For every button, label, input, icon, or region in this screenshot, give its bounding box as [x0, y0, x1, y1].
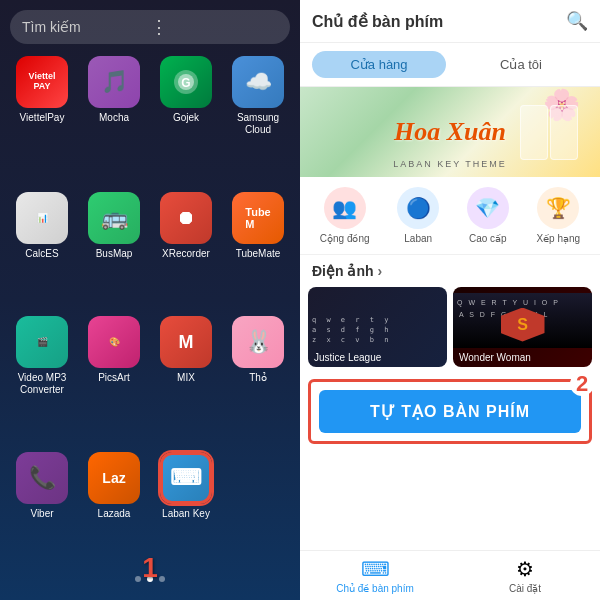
app-calces[interactable]: 📊 CalcES — [10, 192, 74, 308]
dien-anh-section: Điện ảnh › — [300, 255, 600, 287]
app-tubemate[interactable]: TubeM TubeMate — [226, 192, 290, 308]
dot-3 — [159, 576, 165, 582]
lazada-icon: Laz — [88, 452, 140, 504]
right-panel: Chủ đề bàn phím 🔍 Cửa hàng Của tôi Hoa X… — [300, 0, 600, 600]
app-label-videomp3: Video MP3 Converter — [10, 372, 74, 396]
theme-justice-league[interactable]: q w e r t y a s d f g h z x c v b n Just… — [308, 287, 447, 367]
banner: Hoa Xuân 🌸 LABAN KEY THEME — [300, 87, 600, 177]
app-label-xrecorder: XRecorder — [162, 248, 210, 260]
app-label-viettel: ViettelPay — [20, 112, 65, 124]
tab-mine[interactable]: Của tôi — [454, 51, 588, 78]
svg-text:G: G — [181, 76, 190, 90]
keyboard-nav-label: Chủ đề bàn phím — [336, 583, 414, 594]
app-label-lazada: Lazada — [98, 508, 131, 520]
right-title: Chủ đề bàn phím — [312, 12, 443, 31]
xrecorder-icon: ⏺ — [160, 192, 212, 244]
tab-store[interactable]: Cửa hàng — [312, 51, 446, 78]
app-label-labankey: Laban Key — [162, 508, 210, 520]
theme-grid: q w e r t y a s d f g h z x c v b n Just… — [300, 287, 600, 375]
dien-anh-label: Điện ảnh — [312, 263, 374, 279]
section-arrow-icon: › — [378, 263, 383, 279]
videomp3-icon: 🎬 — [16, 316, 68, 368]
search-placeholder: Tìm kiếm — [22, 19, 150, 35]
app-busmap[interactable]: 🚌 BusMap — [82, 192, 146, 308]
viettel-icon: ViettelPAY — [16, 56, 68, 108]
jl-name: Justice League — [308, 348, 447, 367]
tho-icon: 🐰 — [232, 316, 284, 368]
laban-label: Laban — [404, 233, 432, 244]
app-samsung[interactable]: ☁️ Samsung Cloud — [226, 56, 290, 184]
picsart-icon: 🎨 — [88, 316, 140, 368]
viber-icon: 📞 — [16, 452, 68, 504]
app-xrecorder[interactable]: ⏺ XRecorder — [154, 192, 218, 308]
cao-cap-icon: 💎 — [467, 187, 509, 229]
jl-keyboard-preview: q w e r t y a s d f g h z x c v b n — [308, 312, 447, 348]
app-mix[interactable]: M MIX — [154, 316, 218, 444]
category-laban[interactable]: 🔵 Laban — [397, 187, 439, 244]
phone-mockups — [520, 87, 600, 177]
tabs-row: Cửa hàng Của tôi — [300, 43, 600, 87]
category-xep-hang[interactable]: 🏆 Xếp hạng — [536, 187, 580, 244]
create-keyboard-button[interactable]: TỰ TẠO BÀN PHÍM — [319, 390, 581, 433]
app-picsart[interactable]: 🎨 PicsArt — [82, 316, 146, 444]
category-cao-cap[interactable]: 💎 Cao cấp — [467, 187, 509, 244]
banner-subtitle: LABAN KEY THEME — [393, 159, 507, 169]
app-label-samsung: Samsung Cloud — [226, 112, 290, 136]
xep-hang-label: Xếp hạng — [536, 233, 580, 244]
keyboard-nav-icon: ⌨ — [361, 557, 390, 581]
app-label-viber: Viber — [30, 508, 53, 520]
banner-title: Hoa Xuân — [394, 117, 506, 147]
app-tho[interactable]: 🐰 Thỏ — [226, 316, 290, 444]
left-bottom: 1 — [10, 568, 290, 590]
step-number-1: 1 — [142, 552, 158, 584]
category-icons: 👥 Cộng đồng 🔵 Laban 💎 Cao cấp 🏆 Xếp hạng — [300, 177, 600, 255]
settings-nav-icon: ⚙ — [516, 557, 534, 581]
right-header: Chủ đề bàn phím 🔍 — [300, 0, 600, 43]
app-lazada[interactable]: Laz Lazada — [82, 452, 146, 568]
app-label-gojek: Gojek — [173, 112, 199, 124]
app-labankey[interactable]: ⌨ Laban Key — [154, 452, 218, 568]
app-label-busmap: BusMap — [96, 248, 133, 260]
samsung-icon: ☁️ — [232, 56, 284, 108]
labankey-icon: ⌨ — [160, 452, 212, 504]
more-options-icon[interactable]: ⋮ — [150, 16, 278, 38]
bottom-nav-keyboard-themes[interactable]: ⌨ Chủ đề bàn phím — [300, 557, 450, 594]
app-label-calces: CalcES — [25, 248, 58, 260]
phone-mock-1 — [520, 105, 548, 160]
right-content: Hoa Xuân 🌸 LABAN KEY THEME 👥 Cộng đồng 🔵… — [300, 87, 600, 550]
app-label-tubemate: TubeMate — [236, 248, 281, 260]
app-label-tho: Thỏ — [249, 372, 267, 384]
left-panel: Tìm kiếm ⋮ ViettelPAY ViettelPay 🎵 Mocha… — [0, 0, 300, 600]
tubemate-icon: TubeM — [232, 192, 284, 244]
search-icon[interactable]: 🔍 — [566, 10, 588, 32]
mocha-icon: 🎵 — [88, 56, 140, 108]
search-bar[interactable]: Tìm kiếm ⋮ — [10, 10, 290, 44]
app-viettel[interactable]: ViettelPAY ViettelPay — [10, 56, 74, 184]
app-label-picsart: PicsArt — [98, 372, 130, 384]
xep-hang-icon: 🏆 — [537, 187, 579, 229]
mix-icon: M — [160, 316, 212, 368]
app-mocha[interactable]: 🎵 Mocha — [82, 56, 146, 184]
theme-wonder-woman[interactable]: Q W E R T Y U I O P A S D F G H J K L S … — [453, 287, 592, 367]
custom-button-area: 2 TỰ TẠO BÀN PHÍM — [308, 379, 592, 444]
app-gojek[interactable]: G Gojek — [154, 56, 218, 184]
dot-1 — [135, 576, 141, 582]
community-icon: 👥 — [324, 187, 366, 229]
settings-nav-label: Cài đặt — [509, 583, 541, 594]
gojek-icon: G — [160, 56, 212, 108]
bottom-nav-settings[interactable]: ⚙ Cài đặt — [450, 557, 600, 594]
calces-icon: 📊 — [16, 192, 68, 244]
category-community[interactable]: 👥 Cộng đồng — [320, 187, 370, 244]
app-viber[interactable]: 📞 Viber — [10, 452, 74, 568]
community-label: Cộng đồng — [320, 233, 370, 244]
ww-name: Wonder Woman — [453, 348, 592, 367]
ww-keyboard-preview: Q W E R T Y U I O P A S D F G H J K L S — [453, 293, 592, 348]
busmap-icon: 🚌 — [88, 192, 140, 244]
app-label-mix: MIX — [177, 372, 195, 384]
step-number-2: 2 — [570, 372, 594, 396]
app-label-mocha: Mocha — [99, 112, 129, 124]
laban-icon: 🔵 — [397, 187, 439, 229]
cao-cap-label: Cao cấp — [469, 233, 507, 244]
app-videomp3[interactable]: 🎬 Video MP3 Converter — [10, 316, 74, 444]
phone-mock-2 — [550, 105, 578, 160]
